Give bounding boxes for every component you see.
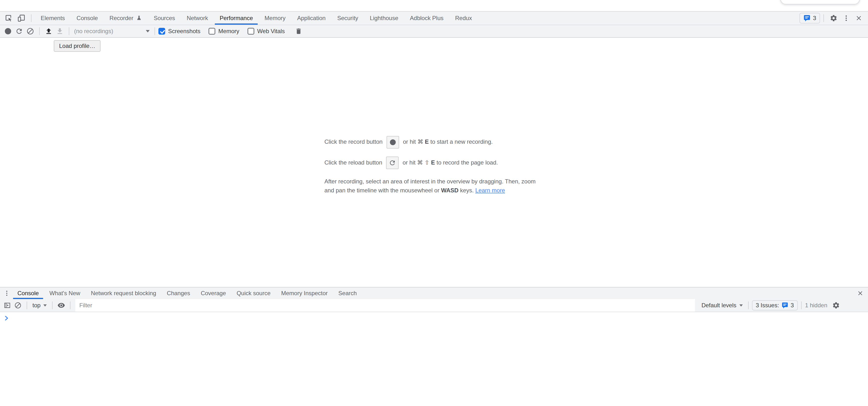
save-profile-button[interactable]: [54, 26, 65, 37]
memory-label: Memory: [218, 28, 239, 35]
screenshots-checkbox[interactable]: Screenshots: [158, 28, 200, 35]
tab-recorder[interactable]: Recorder: [104, 11, 148, 25]
tab-application[interactable]: Application: [291, 11, 331, 25]
drawer-tab-network-request-blocking[interactable]: Network request blocking: [86, 287, 161, 299]
drawer-tab-search[interactable]: Search: [333, 287, 362, 299]
close-drawer-button[interactable]: [855, 287, 866, 299]
checkbox-checked-icon: [158, 28, 165, 35]
console-sidebar-toggle-button[interactable]: [2, 300, 12, 311]
save-profile-icon: [56, 27, 64, 35]
separator: [31, 14, 31, 22]
create-live-expression-button[interactable]: [56, 300, 67, 311]
tabbar-spacer: [478, 11, 800, 25]
delete-recording-button[interactable]: [293, 26, 304, 37]
close-icon: [857, 290, 864, 297]
console-issues-count: 3: [791, 302, 794, 309]
tab-network[interactable]: Network: [181, 11, 214, 25]
more-menu-icon: [843, 14, 850, 22]
drawer-tab-changes[interactable]: Changes: [161, 287, 195, 299]
drawer-tabbar-spacer: [362, 287, 855, 299]
device-toolbar-button[interactable]: [15, 11, 28, 25]
tab-lighthouse[interactable]: Lighthouse: [364, 11, 404, 25]
drawer-tab-coverage[interactable]: Coverage: [195, 287, 231, 299]
clear-icon: [14, 302, 22, 309]
drawer-tab-memory-inspector[interactable]: Memory Inspector: [276, 287, 333, 299]
tab-redux[interactable]: Redux: [449, 11, 477, 25]
tab-adblock-plus[interactable]: Adblock Plus: [404, 11, 450, 25]
clear-console-button[interactable]: [12, 300, 23, 311]
reload-icon: [15, 27, 23, 35]
devtools-main-tabbar: Elements Console Recorder Sources Networ…: [0, 11, 868, 25]
close-devtools-button[interactable]: [852, 14, 865, 22]
hidden-messages-label: 1 hidden: [805, 302, 827, 309]
drawer-tab-quick-source[interactable]: Quick source: [231, 287, 276, 299]
browser-popup-fragment: [780, 0, 860, 4]
console-issues-button[interactable]: 3 Issues: 3: [752, 300, 798, 310]
log-levels-select[interactable]: Default levels: [700, 302, 744, 309]
drawer-tab-whats-new[interactable]: What's New: [44, 287, 86, 299]
reload-instruction-line: Click the reload buttonor hit ⌘ ⇧ E to r…: [324, 156, 544, 169]
tab-elements[interactable]: Elements: [35, 11, 71, 25]
checkbox-unchecked-icon: [248, 28, 254, 35]
tab-console[interactable]: Console: [71, 11, 104, 25]
usage-tip: After recording, select an area of inter…: [324, 177, 544, 195]
separator: [155, 27, 155, 35]
javascript-context-select[interactable]: top: [31, 302, 49, 309]
separator: [52, 302, 53, 309]
shortcut-key: E: [425, 138, 429, 145]
reload-and-record-button[interactable]: [13, 26, 25, 37]
recordings-select[interactable]: (no recordings): [73, 28, 151, 35]
web-vitals-label: Web Vitals: [257, 28, 285, 35]
separator: [801, 302, 802, 309]
gear-icon: [832, 302, 840, 309]
record-button[interactable]: [2, 26, 13, 37]
drawer-menu-button[interactable]: [1, 287, 12, 299]
console-settings-button[interactable]: [831, 300, 841, 311]
drawer-tabbar: Console What's New Network request block…: [0, 287, 868, 299]
drawer-tab-console[interactable]: Console: [12, 287, 44, 299]
console-messages-area[interactable]: [0, 312, 868, 406]
issues-count: 3: [813, 15, 816, 22]
tab-sources[interactable]: Sources: [148, 11, 181, 25]
device-toolbar-icon: [17, 14, 25, 22]
screenshots-label: Screenshots: [168, 28, 200, 35]
performance-toolbar: (no recordings) Screenshots Memory Web V…: [0, 25, 868, 38]
reload-icon: [389, 159, 396, 166]
clear-icon: [26, 27, 34, 35]
separator: [748, 302, 749, 309]
close-icon: [855, 14, 862, 22]
prompt-icon: [3, 315, 10, 321]
tab-memory[interactable]: Memory: [259, 11, 291, 25]
inspect-icon: [5, 14, 13, 22]
settings-button[interactable]: [827, 14, 840, 22]
drawer-menu-icon: [3, 290, 10, 297]
web-vitals-checkbox[interactable]: Web Vitals: [248, 28, 285, 35]
console-filter-input[interactable]: [75, 299, 695, 312]
issues-icon: [781, 302, 788, 309]
inspect-element-button[interactable]: [2, 11, 15, 25]
separator: [824, 14, 824, 22]
issues-counter-button[interactable]: 3: [800, 13, 820, 24]
empty-state-instructions: Click the record buttonor hit ⌘ E to sta…: [324, 38, 544, 195]
console-toolbar-right: Default levels 3 Issues: 3 1 hidden: [695, 299, 868, 312]
memory-checkbox[interactable]: Memory: [209, 28, 239, 35]
separator: [27, 302, 27, 309]
tab-security[interactable]: Security: [331, 11, 364, 25]
learn-more-link[interactable]: Learn more: [475, 187, 505, 194]
recordings-select-value: (no recordings): [74, 28, 113, 35]
separator: [39, 27, 40, 35]
console-prompt-row[interactable]: [0, 312, 868, 321]
dropdown-caret-icon: [146, 30, 150, 32]
clear-recordings-button[interactable]: [25, 26, 36, 37]
tab-performance[interactable]: Performance: [214, 11, 259, 25]
load-profile-button[interactable]: [43, 26, 54, 37]
record-button-illustration: [386, 136, 399, 148]
flask-icon: [136, 15, 142, 21]
more-menu-button[interactable]: [840, 14, 852, 22]
console-sidebar-icon: [4, 302, 11, 309]
console-toolbar: top Default levels 3 Issues: 3: [0, 299, 868, 312]
issues-icon: [803, 14, 811, 22]
trash-icon: [295, 28, 302, 35]
dropdown-caret-icon: [43, 304, 47, 307]
devtools-window: Elements Console Recorder Sources Networ…: [0, 0, 868, 406]
